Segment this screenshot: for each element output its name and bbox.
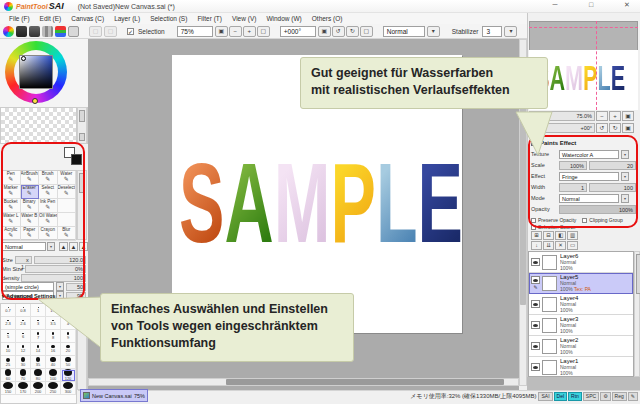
brush-blend-dropdown-button[interactable]: ▾ (47, 242, 55, 251)
color-mixer-panel-icon[interactable] (16, 26, 27, 37)
document-tab[interactable]: New Canvas.sai 75% (80, 389, 148, 402)
brush-size-3[interactable]: 3 (31, 317, 46, 330)
brush-size-150[interactable]: 150 (1, 382, 16, 395)
rgb-slider-panel-icon[interactable] (55, 26, 66, 37)
tool-paper[interactable]: Paper✎ (21, 227, 40, 241)
brush-size-14[interactable]: 14 (31, 343, 46, 356)
tool-marker[interactable]: Marker✎ (2, 185, 21, 199)
new-layer-button[interactable]: ⊞ (531, 231, 542, 240)
texture-scale-slider[interactable]: 20 (589, 161, 636, 170)
layer-item-layer5[interactable]: ✎Layer5Normal100% Tex: PA (529, 273, 633, 294)
layer-list-scrollbar[interactable] (634, 251, 640, 377)
menu-selection[interactable]: Selection (S) (145, 15, 192, 22)
brush-size-250[interactable]: 250 (46, 382, 61, 395)
zoom-in-button[interactable]: + (243, 26, 256, 37)
tool-deselect[interactable]: Deselect✎ (58, 185, 77, 199)
effect-width-value[interactable]: 1 (559, 183, 587, 192)
layer-item-layer1[interactable]: Layer1Normal100% (529, 357, 633, 377)
size-slider[interactable]: 120.0 (34, 256, 86, 264)
advanced-settings-header[interactable]: ▾ Advanced Settings (2, 293, 56, 299)
layer-opacity-slider[interactable]: 100% (559, 205, 636, 214)
visibility-toggle[interactable] (531, 342, 540, 350)
zoom-out-button[interactable]: − (229, 26, 242, 37)
canvas-vscrollbar-thumb[interactable] (520, 95, 526, 305)
tool-grid-scrollbar[interactable] (77, 170, 87, 240)
effect-width-slider[interactable]: 100 (589, 183, 636, 192)
brush-size-1[interactable]: 1 (31, 304, 46, 317)
angle-reset-button[interactable]: ▣ (318, 26, 331, 37)
tool-airbrush[interactable]: AirBrush✎ (21, 171, 40, 185)
brush-size-40[interactable]: 40 (46, 356, 61, 369)
tool-pen[interactable]: Pen✎ (2, 171, 21, 185)
brush-size-60[interactable]: 60 (1, 369, 16, 382)
brush-size-5[interactable]: 5 (1, 330, 16, 343)
visibility-toggle[interactable] (531, 300, 540, 308)
visibility-toggle[interactable] (531, 276, 540, 284)
undo-button[interactable]: ▢ (89, 26, 102, 37)
stabilizer-field[interactable]: 3 (482, 26, 502, 37)
delete-layer-button[interactable]: ▭ (567, 241, 578, 250)
menu-others[interactable]: Others (O) (307, 15, 348, 22)
new-mask-button[interactable]: ◧ (555, 231, 566, 240)
brush-size-2-3[interactable]: 2.3 (1, 317, 16, 330)
layer-item-layer2[interactable]: Layer2Normal100% (529, 336, 633, 357)
paint-mode-dropdown-button[interactable]: ▾ (427, 26, 440, 37)
brush-size-0-8[interactable]: 0.8 (16, 304, 31, 317)
menu-canvas[interactable]: Canvas (C) (66, 15, 109, 22)
paint-mode-dropdown[interactable]: Normal (383, 26, 425, 37)
menu-edit[interactable]: Edit (E) (35, 15, 67, 22)
menu-file[interactable]: File (F) (4, 15, 35, 22)
background-color-swatch[interactable] (71, 154, 82, 165)
brush-size-12[interactable]: 12 (16, 343, 31, 356)
color-swatch-panel-icon[interactable] (29, 26, 40, 37)
visibility-toggle[interactable] (531, 258, 540, 266)
rotate-ccw-button[interactable]: ↺ (332, 26, 345, 37)
brush-size-30[interactable]: 30 (16, 356, 31, 369)
brush-size-100[interactable]: 100 (46, 369, 61, 382)
zoom-reset-button[interactable]: ▢ (257, 26, 270, 37)
canvas-hscrollbar-thumb[interactable] (226, 379, 504, 385)
density-slider[interactable]: 100 (21, 274, 86, 282)
brush-size-3-5[interactable]: 3.5 (46, 317, 61, 330)
close-button[interactable]: ✕ (620, 1, 634, 9)
effect-dropdown[interactable]: Fringe (559, 172, 619, 181)
merge-down-button[interactable]: ⇊ (543, 241, 554, 250)
tool-eraser[interactable]: Eraser✎ (21, 185, 40, 199)
clear-layer-button[interactable]: ✕ (555, 241, 566, 250)
tool-acrylic[interactable]: Acrylic✎ (2, 227, 21, 241)
brush-tip-medium-icon[interactable]: ▲ (69, 242, 78, 251)
menu-layer[interactable]: Layer (L) (109, 15, 145, 22)
brush-size-0-7[interactable]: 0.7 (1, 304, 16, 317)
angle-field[interactable]: +000° (280, 26, 316, 37)
layer-item-layer6[interactable]: Layer6Normal100% (529, 252, 633, 273)
texture-dropdown[interactable]: Watercolor A (559, 150, 619, 159)
brush-size-scrollbar[interactable] (77, 303, 87, 390)
flip-canvas-button[interactable]: ▢ (360, 26, 373, 37)
layer-item-layer4[interactable]: Layer4Normal100% (529, 294, 633, 315)
brush-size-1-5[interactable]: 1.5 (46, 304, 61, 317)
nav-zoom-out-button[interactable]: − (596, 111, 608, 121)
brush-size-16[interactable]: 16 (46, 343, 61, 356)
transfer-down-button[interactable]: ↓ (531, 241, 542, 250)
tool-ink-pen[interactable]: Ink Pen✎ (39, 199, 58, 213)
tool-oil-water[interactable]: Oil Water✎ (39, 213, 58, 227)
brush-size-7[interactable]: 7 (31, 330, 46, 343)
zoom-fit-button[interactable]: ▣ (215, 26, 228, 37)
layer-item-layer3[interactable]: Layer3Normal100% (529, 315, 633, 336)
tool-blur[interactable]: Blur✎ (58, 227, 77, 241)
brush-tip-soft-icon[interactable]: ▲ (59, 242, 68, 251)
selection-checkbox[interactable]: ✓ (127, 28, 134, 35)
nav-zoom-in-button[interactable]: + (609, 111, 621, 121)
nav-angle-reset-button[interactable]: ▣ (622, 123, 634, 133)
brush-size-9[interactable]: 9 (61, 330, 76, 343)
brush-texture-amount[interactable]: 95 (66, 292, 86, 300)
nav-zoom-reset-button[interactable]: ▣ (622, 111, 634, 121)
color-wheel-panel-icon[interactable] (3, 26, 14, 37)
tool-brush[interactable]: Brush✎ (39, 171, 58, 185)
zoom-field[interactable]: 75% (177, 26, 213, 37)
texture-dropdown-button[interactable]: ▾ (621, 150, 629, 159)
brush-shape-dropdown-button[interactable]: ▾ (56, 282, 64, 291)
paints-panel-button[interactable]: ▥ (567, 231, 578, 240)
brush-size-50[interactable]: 50 (61, 356, 76, 369)
brush-size-120[interactable]: 120 (61, 369, 76, 382)
